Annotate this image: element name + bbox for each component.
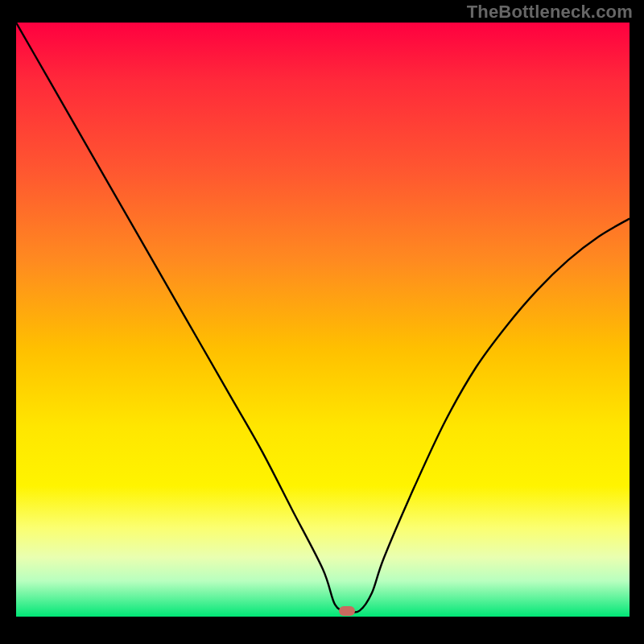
watermark-text: TheBottleneck.com — [467, 2, 633, 23]
optimal-point-marker — [339, 606, 355, 616]
chart-frame: TheBottleneck.com — [0, 0, 644, 644]
plot-area — [16, 23, 630, 617]
bottleneck-curve — [16, 23, 630, 617]
